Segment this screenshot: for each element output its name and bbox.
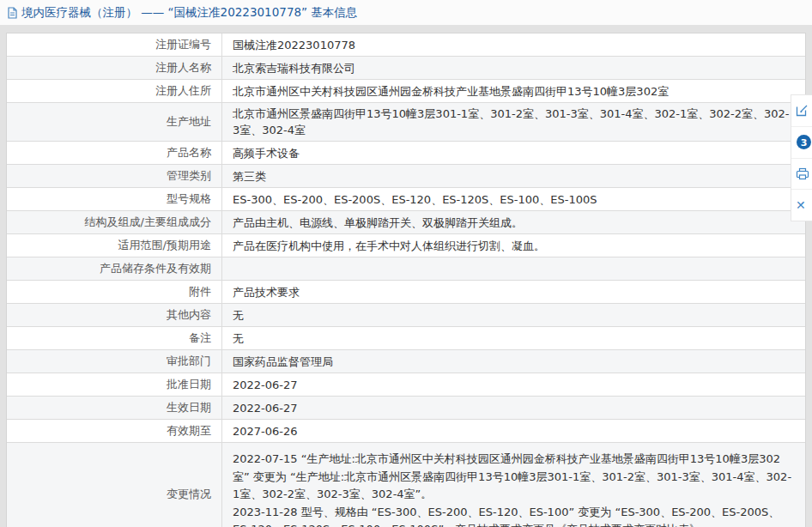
row-label: 附件 xyxy=(7,281,222,303)
row-label: 生产地址 xyxy=(7,103,222,141)
row-value: 无 xyxy=(222,304,805,326)
table-row: 适用范围/预期用途产品在医疗机构中使用，在手术中对人体组织进行切割、凝血。 xyxy=(7,234,805,257)
row-label: 变更情况 xyxy=(7,443,222,527)
row-label: 备注 xyxy=(7,327,222,349)
feedback-icon[interactable]: 3 xyxy=(791,127,812,159)
row-value: 产品技术要求 xyxy=(222,281,805,303)
row-value: 第三类 xyxy=(222,165,805,187)
table-row: 其他内容无 xyxy=(7,304,805,327)
table-row: 有效期至2027-06-26 xyxy=(7,420,805,443)
row-value: 高频手术设备 xyxy=(222,142,805,164)
row-value: 产品由主机、电源线、单极脚踏开关、双极脚踏开关组成。 xyxy=(222,211,805,233)
print-icon[interactable] xyxy=(791,159,812,191)
page-title: 境内医疗器械（注册） —— “国械注准20223010778” 基本信息 xyxy=(21,5,357,21)
table-row: 管理类别第三类 xyxy=(7,165,805,188)
table-row: 注册证编号国械注准20223010778 xyxy=(7,33,805,57)
row-label: 批准日期 xyxy=(7,373,222,396)
row-value: 北京市通州区景盛南四街甲13号10幢3层301-1室、301-2室、301-3室… xyxy=(222,103,805,141)
row-label: 有效期至 xyxy=(7,420,222,442)
row-label: 审批部门 xyxy=(7,350,222,373)
change-entry: 2022-07-15 “生产地址:北京市通州区中关村科技园区通州园金桥科技产业基… xyxy=(233,451,795,504)
row-label: 管理类别 xyxy=(7,165,222,187)
table-row: 备注无 xyxy=(7,327,805,350)
table-row: 生产地址北京市通州区景盛南四街甲13号10幢3层301-1室、301-2室、30… xyxy=(7,103,805,142)
table-row-change: 变更情况 2022-07-15 “生产地址:北京市通州区中关村科技园区通州园金桥… xyxy=(7,443,805,527)
table-row: 生效日期2022-06-27 xyxy=(7,397,805,420)
table-row: 型号规格ES-300、ES-200、ES-200S、ES-120、ES-120S… xyxy=(7,188,805,211)
row-label: 结构及组成/主要组成成分 xyxy=(7,211,222,233)
table-row: 产品名称高频手术设备 xyxy=(7,142,805,165)
floating-tool-strip: 3 ✕ xyxy=(791,94,812,221)
row-value: 北京索吉瑞科技有限公司 xyxy=(222,57,805,79)
row-value: 国械注准20223010778 xyxy=(222,33,805,56)
table-row: 批准日期2022-06-27 xyxy=(7,373,805,397)
row-value xyxy=(222,257,805,280)
row-label: 产品名称 xyxy=(7,142,222,164)
edit-icon[interactable] xyxy=(791,95,812,127)
row-value: 无 xyxy=(222,327,805,349)
table-row: 审批部门国家药品监督管理局 xyxy=(7,350,805,373)
row-value: 北京市通州区中关村科技园区通州园金桥科技产业基地景盛南四街甲13号10幢3层30… xyxy=(222,80,805,102)
change-entry: 2023-11-28 型号、规格由 “ES-300、ES-200、ES-120、… xyxy=(233,504,795,527)
row-label: 型号规格 xyxy=(7,188,222,210)
row-label: 生效日期 xyxy=(7,397,222,419)
row-value: 2022-06-27 xyxy=(222,373,805,396)
row-value: 国家药品监督管理局 xyxy=(222,350,805,373)
row-value: ES-300、ES-200、ES-200S、ES-120、ES-120S、ES-… xyxy=(222,188,805,210)
document-icon xyxy=(7,7,18,19)
table-row: 注册人名称北京索吉瑞科技有限公司 xyxy=(7,57,805,80)
svg-text:3: 3 xyxy=(801,137,808,148)
row-label: 产品储存条件及有效期 xyxy=(7,257,222,280)
close-icon[interactable]: ✕ xyxy=(791,190,812,221)
registration-info-table: 注册证编号国械注准20223010778注册人名称北京索吉瑞科技有限公司注册人住… xyxy=(6,33,806,527)
row-label: 其他内容 xyxy=(7,304,222,326)
page-title-bar: 境内医疗器械（注册） —— “国械注准20223010778” 基本信息 xyxy=(0,0,812,25)
row-value: 产品在医疗机构中使用，在手术中对人体组织进行切割、凝血。 xyxy=(222,234,805,257)
table-row: 注册人住所北京市通州区中关村科技园区通州园金桥科技产业基地景盛南四街甲13号10… xyxy=(7,80,805,103)
row-value: 2022-07-15 “生产地址:北京市通州区中关村科技园区通州园金桥科技产业基… xyxy=(222,443,805,527)
row-value: 2027-06-26 xyxy=(222,420,805,442)
table-row: 产品储存条件及有效期 xyxy=(7,257,805,281)
row-value: 2022-06-27 xyxy=(222,397,805,419)
row-label: 注册证编号 xyxy=(7,33,222,56)
row-label: 注册人住所 xyxy=(7,80,222,102)
table-row: 结构及组成/主要组成成分产品由主机、电源线、单极脚踏开关、双极脚踏开关组成。 xyxy=(7,211,805,234)
table-row: 附件产品技术要求 xyxy=(7,281,805,304)
row-label: 注册人名称 xyxy=(7,57,222,79)
row-label: 适用范围/预期用途 xyxy=(7,234,222,257)
